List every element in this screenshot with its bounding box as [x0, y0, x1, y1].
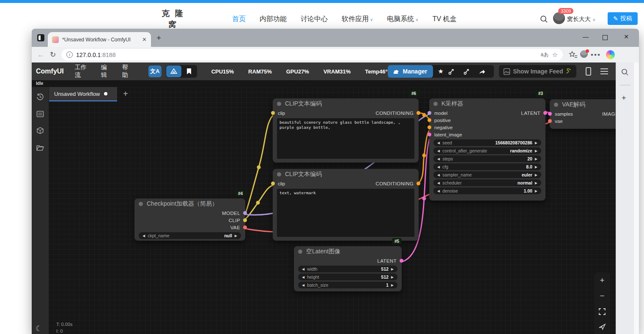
node-empty-latent-image[interactable]: #5 空Latent图像 LATENT ◀ width 512 ▶ ◀ heig…	[294, 246, 402, 291]
url-text[interactable]: 127.0.0.1:8188	[76, 52, 115, 58]
browser-tab[interactable]: *Unsaved Workflow - ComfyUI ✕	[48, 32, 151, 47]
output-port-conditioning[interactable]	[417, 111, 420, 115]
node-header[interactable]: VAE解码	[550, 99, 616, 110]
collapse-dot[interactable]	[277, 172, 281, 177]
nav-item-software[interactable]: 软件应用∨	[342, 15, 373, 24]
widget-steps[interactable]: ◀ steps 20 ▶	[433, 155, 541, 162]
widget-width[interactable]: ◀ width 512 ▶	[298, 266, 397, 272]
avatar[interactable]	[553, 12, 565, 24]
history-icon[interactable]	[36, 93, 44, 101]
decrement-icon[interactable]: ◀	[302, 267, 304, 271]
tab-close-icon[interactable]: ✕	[142, 36, 147, 43]
node-header[interactable]: Checkpoint加载器（简易）	[134, 198, 245, 209]
widget-batch-size[interactable]: ◀ batch_size 1 ▶	[298, 282, 397, 288]
address-bar[interactable]: i 127.0.0.1:8188 aあ ☆	[61, 49, 563, 60]
translate-toggle-button[interactable]: 文A	[148, 65, 162, 77]
maximize-button[interactable]	[603, 35, 608, 40]
menu-icon[interactable]	[600, 67, 608, 76]
device-toggle-icon[interactable]	[586, 67, 591, 76]
translation-plugin-icon[interactable]	[463, 68, 479, 75]
collapse-dot[interactable]	[433, 102, 438, 106]
close-window-button[interactable]: ✕	[622, 33, 630, 40]
decrement-icon[interactable]: ◀	[437, 189, 440, 193]
manager-button[interactable]: Manager	[388, 65, 433, 78]
output-port-vae[interactable]	[243, 225, 247, 229]
node-clip-text-encode-negative[interactable]: CLIP文本编码 clip CONDITIONING text, waterma…	[273, 169, 419, 241]
node-checkpoint-loader[interactable]: #4 Checkpoint加载器（简易） MODEL CLIP VAE ◀ ck…	[134, 198, 245, 241]
more-menu-icon[interactable]: •••	[590, 51, 602, 59]
nav-item-forum[interactable]: 讨论中心	[301, 15, 328, 24]
comfy-logo[interactable]: ComfyUI	[36, 68, 64, 75]
widget-ckpt-name[interactable]: ◀ ckpt_name null ▶	[139, 232, 241, 239]
decrement-icon[interactable]: ◀	[302, 275, 304, 279]
zoom-out-icon[interactable]: −	[594, 291, 610, 301]
decrement-icon[interactable]: ◀	[437, 173, 440, 177]
node-ksampler[interactable]: #3 K采样器 model LATENT positive negative	[429, 98, 545, 201]
nav-item-home[interactable]: 首页	[232, 15, 246, 24]
increment-icon[interactable]: ▶	[535, 149, 537, 153]
decrement-icon[interactable]: ◀	[437, 165, 440, 169]
increment-icon[interactable]: ▶	[391, 267, 394, 271]
node-header[interactable]: CLIP文本编码	[273, 98, 419, 109]
output-port-model[interactable]	[243, 211, 247, 215]
input-port-positive[interactable]	[428, 118, 431, 122]
input-port-model[interactable]	[428, 111, 431, 115]
submit-post-button[interactable]: ✎ 投稿	[608, 12, 638, 25]
new-tab-button[interactable]: +	[156, 33, 161, 43]
search-icon[interactable]	[540, 15, 548, 23]
menu-help[interactable]: 帮助	[122, 64, 132, 79]
collections-icon[interactable]	[569, 50, 578, 60]
menu-workflow[interactable]: 工作流	[75, 64, 90, 79]
prompt-textarea[interactable]: beautiful scenery nature glass bottle la…	[277, 118, 414, 159]
widget-scheduler[interactable]: ◀ scheduler normal ▶	[433, 179, 541, 186]
input-port-negative[interactable]	[428, 125, 431, 129]
zoom-in-icon[interactable]: +	[594, 276, 610, 285]
tab-actions-icon[interactable]	[37, 34, 44, 41]
output-port-latent[interactable]	[400, 259, 403, 263]
bookmark-button[interactable]	[181, 65, 197, 77]
decrement-icon[interactable]: ◀	[437, 181, 440, 185]
widget-control-after-generate[interactable]: ◀ control_after_generate randomize ▶	[433, 147, 541, 154]
input-port-clip[interactable]	[271, 111, 275, 115]
theme-toggle-icon[interactable]: ☾	[36, 324, 42, 333]
favorites-star-icon[interactable]: ★	[433, 68, 448, 75]
increment-icon[interactable]: ▶	[535, 157, 537, 161]
menu-edit[interactable]: 编辑	[101, 64, 111, 79]
widget-denoise[interactable]: ◀ denoise 1.00 ▶	[433, 187, 541, 194]
node-library-icon[interactable]	[36, 127, 44, 135]
pointer-mode-icon[interactable]	[594, 323, 610, 330]
translate-page-icon[interactable]: aあ	[541, 51, 549, 58]
queue-icon[interactable]	[36, 110, 44, 118]
decrement-icon[interactable]: ◀	[302, 283, 304, 287]
widget-seed[interactable]: ◀ seed 156680208700286 ▶	[433, 139, 541, 146]
reload-icon[interactable]: ↻	[47, 50, 59, 59]
decrement-icon[interactable]: ◀	[437, 141, 440, 145]
prompt-textarea[interactable]: text, watermark	[277, 189, 414, 237]
increment-icon[interactable]: ▶	[535, 165, 537, 169]
collapse-dot[interactable]	[139, 202, 143, 206]
node-header[interactable]: K采样器	[429, 98, 545, 109]
translation-plugin-icon[interactable]	[448, 68, 463, 75]
input-port-vae[interactable]	[548, 119, 552, 123]
sidebar-search-icon[interactable]	[621, 68, 629, 76]
share-icon[interactable]	[479, 68, 494, 74]
widget-height[interactable]: ◀ height 512 ▶	[298, 274, 397, 280]
nav-item-tvbox[interactable]: TV 机盒	[433, 15, 457, 24]
nav-item-internal[interactable]: 内部功能	[260, 15, 287, 24]
collapse-dot[interactable]	[277, 102, 281, 106]
copilot-icon[interactable]	[606, 50, 615, 59]
back-icon[interactable]: ←	[35, 51, 47, 59]
nav-item-system[interactable]: 电脑系统∨	[387, 15, 418, 24]
increment-icon[interactable]: ▶	[535, 181, 537, 185]
increment-icon[interactable]: ▶	[235, 234, 237, 238]
increment-icon[interactable]: ▶	[391, 283, 394, 287]
new-workflow-button[interactable]: +	[123, 89, 128, 99]
widget-cfg[interactable]: ◀ cfg 8.0 ▶	[433, 163, 541, 170]
input-port-samples[interactable]	[548, 112, 552, 116]
collapse-dot[interactable]	[554, 103, 558, 107]
widget-sampler-name[interactable]: ◀ sampler_name euler ▶	[433, 171, 541, 178]
graph-view-button[interactable]	[166, 65, 181, 77]
workflows-folder-icon[interactable]	[36, 144, 44, 152]
username[interactable]: 窝长大大 ∨	[567, 16, 595, 23]
user-avatar-wrap[interactable]: 3309	[553, 12, 565, 24]
